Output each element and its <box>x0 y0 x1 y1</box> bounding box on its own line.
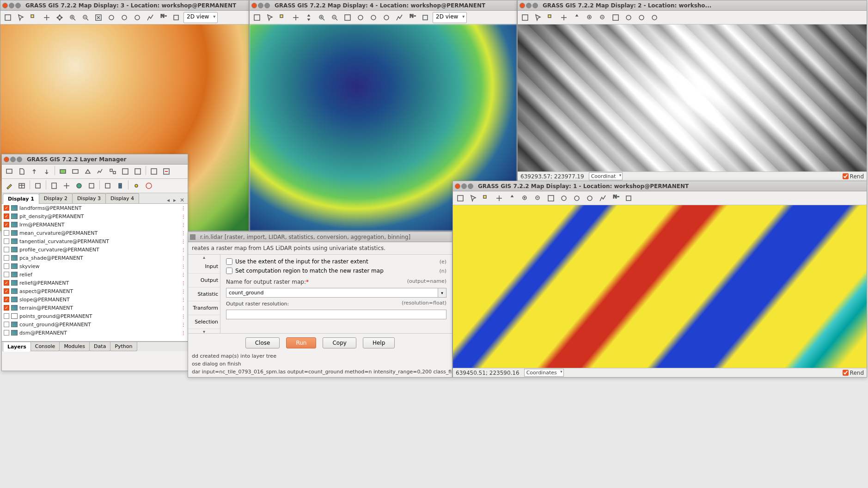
layer-checkbox[interactable] <box>4 272 9 277</box>
layer-row[interactable]: pca_shade@PERMANENT⋮ <box>2 254 188 262</box>
layer-row[interactable]: terrain@PERMANENT⋮ <box>2 304 188 312</box>
close-icon[interactable] <box>2 3 8 8</box>
pan-icon[interactable] <box>507 193 518 204</box>
layer-row[interactable]: relief⋮ <box>2 270 188 279</box>
layer-menu-icon[interactable]: ⋮ <box>181 239 186 244</box>
pan-icon[interactable] <box>571 12 582 23</box>
map-canvas[interactable] <box>518 24 867 171</box>
display-tab[interactable]: Display 2 <box>39 193 73 203</box>
layer-menu-icon[interactable]: ⋮ <box>181 281 186 286</box>
layer-row[interactable]: mean_curvature@PERMANENT⋮ <box>2 229 188 237</box>
maximize-icon[interactable] <box>468 183 473 189</box>
layer-row[interactable]: tangential_curvature@PERMANENT⋮ <box>2 237 188 245</box>
layer-checkbox[interactable] <box>4 222 9 227</box>
layer-row[interactable]: count_ground@PERMANENT⋮ <box>2 320 188 329</box>
settings-icon[interactable] <box>131 180 142 191</box>
zoom-saved-icon[interactable] <box>132 12 143 23</box>
dialog-side-tab[interactable]: Output <box>188 274 220 287</box>
layer-menu-icon[interactable]: ⋮ <box>181 272 186 277</box>
layer-menu-icon[interactable]: ⋮ <box>181 314 186 319</box>
layer-menu-icon[interactable]: ⋮ <box>181 247 186 252</box>
workspace-save-icon[interactable] <box>41 166 52 177</box>
scroll-down-icon[interactable]: ▾ <box>188 329 220 334</box>
close-icon[interactable] <box>455 183 460 189</box>
save-display-icon[interactable] <box>623 193 634 204</box>
zoom-saved-icon[interactable] <box>584 193 595 204</box>
close-icon[interactable] <box>4 157 9 162</box>
panel-tab[interactable]: Data <box>89 342 110 351</box>
workspace-new-icon[interactable] <box>16 166 27 177</box>
pointer-icon[interactable] <box>15 12 26 23</box>
layer-checkbox[interactable] <box>4 297 9 302</box>
minimize-icon[interactable] <box>190 234 196 240</box>
overlay-icon[interactable]: N→ <box>158 12 169 23</box>
georectify-icon[interactable] <box>61 180 72 191</box>
dialog-side-tab[interactable]: Selection <box>188 315 220 329</box>
layer-checkbox[interactable] <box>4 263 9 269</box>
render-icon[interactable] <box>455 193 466 204</box>
add-command-icon[interactable] <box>148 166 159 177</box>
layer-row[interactable]: points_ground@PERMANENT⋮ <box>2 312 188 320</box>
layer-menu-icon[interactable]: ⋮ <box>181 256 186 261</box>
close-button[interactable]: Close <box>245 337 280 348</box>
add-raster3d-icon[interactable] <box>70 166 81 177</box>
maximize-icon[interactable] <box>264 3 270 8</box>
modeler-icon[interactable] <box>73 180 85 191</box>
add-group-icon[interactable] <box>107 166 118 177</box>
import-icon[interactable] <box>32 180 43 191</box>
help-button[interactable]: Help <box>363 337 395 348</box>
query-icon[interactable] <box>277 12 288 23</box>
calc-icon[interactable] <box>49 180 60 191</box>
minimize-icon[interactable] <box>10 157 16 162</box>
minimize-icon[interactable] <box>461 183 467 189</box>
zoom-region-icon[interactable] <box>571 193 582 204</box>
render-checkbox[interactable]: Rend <box>843 173 864 180</box>
zoom-layer-icon[interactable] <box>106 12 117 23</box>
tab-prev-icon[interactable]: ◂ <box>165 197 171 203</box>
scroll-up-icon[interactable]: ▴ <box>188 255 220 260</box>
layer-menu-icon[interactable]: ⋮ <box>181 206 186 211</box>
layer-row[interactable]: pit_density@PERMANENT⋮ <box>2 212 188 220</box>
layer-checkbox[interactable] <box>4 313 9 319</box>
set-region-checkbox[interactable] <box>226 268 232 274</box>
dialog-side-tab[interactable]: Input <box>188 260 220 274</box>
layer-checkbox[interactable] <box>4 288 9 294</box>
panel-tab[interactable]: Layers <box>3 342 31 352</box>
panel-tab[interactable]: Python <box>110 342 137 351</box>
query-icon[interactable] <box>481 193 492 204</box>
zoom-out-icon[interactable] <box>80 12 91 23</box>
zoom-extent-icon[interactable] <box>610 12 621 23</box>
panel-tab[interactable]: Console <box>31 342 60 351</box>
render-icon[interactable] <box>520 12 531 23</box>
panel-tab[interactable]: Modules <box>59 342 90 351</box>
display-tab[interactable]: Display 3 <box>72 193 106 203</box>
render-checkbox[interactable]: Rend <box>843 370 864 376</box>
maximize-icon[interactable] <box>532 3 538 8</box>
save-display-icon[interactable] <box>171 12 182 23</box>
zoom-layer-icon[interactable] <box>558 193 569 204</box>
layer-row[interactable]: dsm@PERMANENT⋮ <box>2 329 188 337</box>
layer-checkbox[interactable] <box>4 230 9 236</box>
resolution-input[interactable] <box>226 310 446 319</box>
layer-checkbox[interactable] <box>4 280 9 286</box>
zoom-out-icon[interactable] <box>329 12 340 23</box>
zoom-out-icon[interactable] <box>597 12 608 23</box>
select-icon[interactable] <box>41 12 52 23</box>
layer-menu-icon[interactable]: ⋮ <box>181 264 186 269</box>
add-vector-icon[interactable] <box>82 166 93 177</box>
query-icon[interactable] <box>28 12 39 23</box>
zoom-in-icon[interactable] <box>316 12 327 23</box>
copy-button[interactable]: Copy <box>323 337 356 348</box>
zoom-extent-icon[interactable] <box>93 12 104 23</box>
layer-checkbox[interactable] <box>4 205 9 211</box>
maximize-icon[interactable] <box>17 157 22 162</box>
layer-checkbox[interactable] <box>4 238 9 244</box>
zoom-in-icon[interactable] <box>584 12 595 23</box>
pan-icon[interactable] <box>303 12 314 23</box>
query-icon[interactable] <box>545 12 556 23</box>
layer-checkbox[interactable] <box>4 247 9 252</box>
layer-menu-icon[interactable]: ⋮ <box>181 322 186 327</box>
overlay-icon[interactable]: N→ <box>610 193 621 204</box>
zoom-layer-icon[interactable] <box>623 12 634 23</box>
script-icon[interactable] <box>102 180 113 191</box>
